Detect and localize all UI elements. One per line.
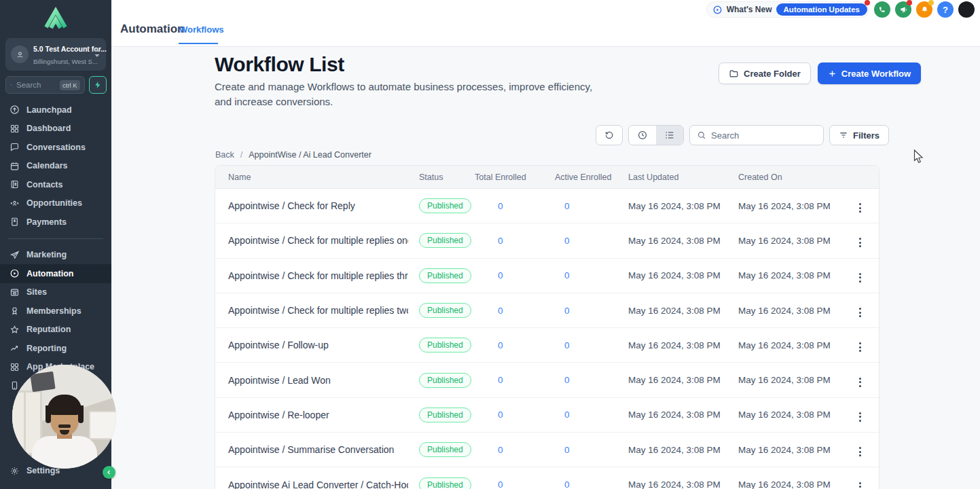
row-actions-kebab-icon[interactable] [855,200,865,216]
workflow-search[interactable] [689,125,824,145]
active-enrolled-link[interactable]: 0 [564,236,570,246]
total-enrolled-link[interactable]: 0 [498,306,503,316]
table-row[interactable]: Appointwise / Summarise Conversation Pub… [215,433,879,467]
webcam-room-speaker [30,372,55,392]
workflow-name[interactable]: Appointwise / Check for multiple replies… [215,235,408,246]
create-workflow-button[interactable]: Create Workflow [818,62,921,84]
workflow-name[interactable]: Appointwise / Lead Won [215,375,408,386]
table-row[interactable]: Appointwise / Check for multiple replies… [215,259,879,293]
table-row[interactable]: Appointwise / Follow-up Published 0 0 Ma… [215,328,879,363]
sidebar-item-marketing[interactable]: Marketing [0,246,111,265]
sidebar-search[interactable]: ctrl K [5,76,85,94]
workflow-name[interactable]: Appointwise / Check for multiple replies… [215,270,408,281]
row-actions-kebab-icon[interactable] [855,234,865,251]
history-button[interactable] [596,125,623,145]
row-actions-kebab-icon[interactable] [855,270,865,286]
row-actions-kebab-icon[interactable] [855,339,865,355]
launchpad-icon [10,105,20,115]
row-actions-kebab-icon[interactable] [855,304,865,321]
breadcrumb: Back / AppointWise / Ai Lead Converter [215,150,371,160]
top-header: Automation Workflows What's New Automati… [111,0,980,47]
row-actions-kebab-icon[interactable] [855,374,865,391]
sidebar-search-input[interactable] [16,81,56,89]
table-row[interactable]: Appointwise / Check for multiple replies… [215,223,879,258]
history-view-button[interactable] [629,126,656,145]
workflow-name[interactable]: Appointwise / Re-looper [215,410,408,420]
question-mark-icon: ? [943,5,948,15]
sidebar-item-conversations[interactable]: Conversations [0,138,111,157]
sidebar-item-launchpad[interactable]: Launchpad [0,101,111,120]
sidebar-item-reputation[interactable]: Reputation [0,321,111,340]
total-enrolled-link[interactable]: 0 [498,410,503,420]
total-enrolled-link[interactable]: 0 [498,375,503,385]
sidebar-item-reporting[interactable]: Reporting [0,339,111,358]
last-updated-value: May 16 2024, 3:08 PM [625,201,734,211]
sidebar-item-payments[interactable]: Payments [0,213,111,232]
table-row[interactable]: Appointwise / Check for multiple replies… [215,293,879,328]
filters-button[interactable]: Filters [829,125,889,145]
table-row[interactable]: Appointwise / Lead Won Published 0 0 May… [215,363,879,397]
active-enrolled-link[interactable]: 0 [564,375,570,385]
list-view-button[interactable] [656,126,683,145]
row-actions-kebab-icon[interactable] [855,409,865,425]
sidebar-collapse-button[interactable] [103,466,115,479]
table-row[interactable]: Appointwise Ai Lead Converter / Catch-Ho… [215,467,879,489]
active-enrolled-link[interactable]: 0 [564,479,570,489]
last-updated-value: May 16 2024, 3:08 PM [625,445,734,455]
sidebar-item-calendars[interactable]: Calendars [0,157,111,176]
sidebar-item-sites[interactable]: Sites [0,283,111,302]
created-on-value: May 16 2024, 3:08 PM [734,410,850,420]
sidebar-item-dashboard[interactable]: Dashboard [0,120,111,139]
reporting-icon [10,343,20,353]
column-header-total-enrolled: Total Enrolled [475,173,555,182]
total-enrolled-link[interactable]: 0 [498,201,503,211]
status-badge: Published [419,303,471,318]
row-actions-kebab-icon[interactable] [855,479,865,489]
sidebar-item-contacts[interactable]: Contacts [0,175,111,194]
sidebar-nav: Launchpad Dashboard Conversations Calend… [0,101,111,395]
account-switcher[interactable]: 5.0 Test Account for... Billingshurst, W… [5,38,106,71]
announcements-button[interactable] [895,1,911,18]
help-button[interactable]: ? [937,1,954,18]
workflow-name[interactable]: Appointwise / Follow-up [215,340,408,350]
total-enrolled-link[interactable]: 0 [498,479,503,489]
column-header-status: Status [408,173,475,182]
tab-workflows[interactable]: Workflows [179,24,224,35]
automation-updates-badge[interactable]: Automation Updates [776,3,867,16]
active-enrolled-link[interactable]: 0 [564,306,570,316]
notifications-button[interactable] [916,1,932,18]
table-row[interactable]: Appointwise / Re-looper Published 0 0 Ma… [215,398,879,433]
created-on-value: May 16 2024, 3:08 PM [734,340,850,350]
breadcrumb-back-link[interactable]: Back [215,150,234,160]
quick-actions-button[interactable] [89,76,107,94]
active-enrolled-link[interactable]: 0 [564,340,570,350]
mobile-app-icon [10,380,20,391]
whats-new-button[interactable]: What's New Automation Updates [706,1,869,18]
sidebar-item-automation[interactable]: Automation [0,264,111,283]
table-row[interactable]: Appointwise / Check for Reply Published … [215,189,879,223]
total-enrolled-link[interactable]: 0 [498,340,503,350]
shortcut-chip: ctrl K [60,80,80,90]
total-enrolled-link[interactable]: 0 [498,445,503,455]
phone-button[interactable] [874,1,890,18]
row-actions-kebab-icon[interactable] [855,443,865,460]
workflow-name[interactable]: Appointwise Ai Lead Converter / Catch-Ho… [215,479,408,489]
create-folder-button[interactable]: Create Folder [719,62,811,84]
workflow-name[interactable]: Appointwise / Summarise Conversation [215,444,408,455]
workflow-name[interactable]: Appointwise / Check for multiple replies… [215,305,408,316]
list-icon [664,130,675,141]
workflow-name[interactable]: Appointwise / Check for Reply [215,200,408,211]
active-enrolled-link[interactable]: 0 [564,410,570,420]
active-enrolled-link[interactable]: 0 [564,201,570,211]
active-enrolled-link[interactable]: 0 [564,270,570,280]
sidebar-item-memberships[interactable]: Memberships [0,302,111,321]
page-description: Create and manage Workflows to automate … [215,79,605,109]
active-enrolled-link[interactable]: 0 [564,445,570,455]
payments-icon [10,217,20,227]
workflow-search-input[interactable] [711,130,806,141]
profile-avatar[interactable] [958,1,975,18]
total-enrolled-link[interactable]: 0 [498,270,503,280]
total-enrolled-link[interactable]: 0 [498,236,503,246]
opportunities-icon [10,198,20,209]
sidebar-item-opportunities[interactable]: Opportunities [0,194,111,213]
